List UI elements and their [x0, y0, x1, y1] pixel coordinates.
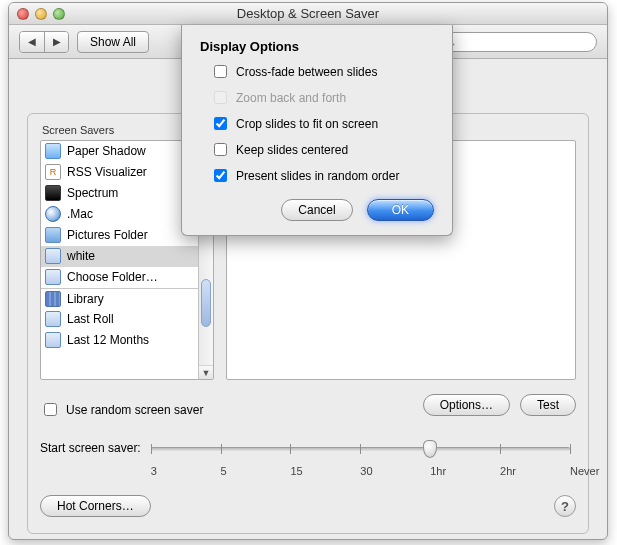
show-all-button[interactable]: Show All [77, 31, 149, 53]
display-option-label: Crop slides to fit on screen [236, 117, 378, 131]
screensaver-item-label: .Mac [67, 207, 93, 221]
screensaver-item-label: Paper Shadow [67, 144, 146, 158]
screensaver-item[interactable]: Library [41, 288, 198, 309]
slider-tick [570, 444, 571, 454]
slider-tick [290, 444, 291, 454]
display-option-checkbox[interactable] [214, 169, 227, 182]
folder-icon [45, 227, 61, 243]
mac-icon [45, 206, 61, 222]
display-option-row[interactable]: Keep slides centered [210, 140, 438, 159]
display-option-label: Zoom back and forth [236, 91, 346, 105]
display-option-row: Zoom back and forth [210, 88, 438, 107]
spectrum-icon [45, 185, 61, 201]
slider-tick [151, 444, 152, 454]
screensaver-item-label: Choose Folder… [67, 270, 158, 284]
screensaver-item-label: white [67, 249, 95, 263]
slider-tick [500, 444, 501, 454]
screensaver-item-label: RSS Visualizer [67, 165, 147, 179]
display-option-row[interactable]: Present slides in random order [210, 166, 438, 185]
use-random-checkbox[interactable] [44, 403, 57, 416]
help-button[interactable]: ? [554, 495, 576, 517]
slider-tick [360, 444, 361, 454]
start-delay-slider[interactable] [151, 441, 570, 459]
sp-folder-icon [45, 269, 61, 285]
screensaver-item-label: Last Roll [67, 312, 114, 326]
screensaver-item[interactable]: Paper Shadow [41, 141, 198, 162]
titlebar: Desktop & Screen Saver [9, 3, 607, 25]
test-button[interactable]: Test [520, 394, 576, 416]
sp-folder-icon [45, 332, 61, 348]
display-option-checkbox[interactable] [214, 117, 227, 130]
search-input[interactable] [459, 35, 601, 49]
screensaver-item[interactable]: white [41, 246, 198, 267]
window-title: Desktop & Screen Saver [9, 6, 607, 21]
screensaver-item[interactable]: .Mac [41, 204, 198, 225]
rss-icon: R [45, 164, 61, 180]
display-option-label: Cross-fade between slides [236, 65, 377, 79]
display-option-label: Keep slides centered [236, 143, 348, 157]
preferences-window: Desktop & Screen Saver ◀ ▶ Show All Scre… [8, 2, 608, 540]
options-button[interactable]: Options… [423, 394, 510, 416]
display-option-checkbox[interactable] [214, 65, 227, 78]
display-options-sheet: Display Options Cross-fade between slide… [181, 25, 453, 236]
chevron-right-icon: ▶ [53, 36, 61, 47]
sp-folder-icon [45, 311, 61, 327]
nav-back-forward: ◀ ▶ [19, 31, 69, 53]
screensaver-item[interactable]: RRSS Visualizer [41, 162, 198, 183]
chevron-left-icon: ◀ [28, 36, 36, 47]
paper-icon [45, 143, 61, 159]
sheet-title: Display Options [200, 39, 438, 54]
screensaver-item[interactable]: Last 12 Months [41, 330, 198, 351]
hot-corners-button[interactable]: Hot Corners… [40, 495, 151, 517]
screensaver-item-label: Last 12 Months [67, 333, 149, 347]
screensaver-item-label: Spectrum [67, 186, 118, 200]
display-option-checkbox [214, 91, 227, 104]
screensaver-item[interactable]: Pictures Folder [41, 225, 198, 246]
library-icon [45, 291, 61, 307]
search-field[interactable] [437, 32, 597, 52]
ok-button[interactable]: OK [367, 199, 434, 221]
slider-tick [221, 444, 222, 454]
help-icon: ? [561, 499, 569, 514]
scroll-down-icon[interactable]: ▼ [199, 365, 213, 379]
sp-folder-icon [45, 248, 61, 264]
display-option-checkbox[interactable] [214, 143, 227, 156]
display-option-label: Present slides in random order [236, 169, 399, 183]
display-option-row[interactable]: Cross-fade between slides [210, 62, 438, 81]
display-option-row[interactable]: Crop slides to fit on screen [210, 114, 438, 133]
screensaver-item[interactable]: Spectrum [41, 183, 198, 204]
screensaver-item-label: Library [67, 292, 104, 306]
slider-label: Start screen saver: [40, 441, 141, 455]
scroll-thumb[interactable] [201, 279, 211, 327]
screensaver-item[interactable]: Last Roll [41, 309, 198, 330]
use-random-row[interactable]: Use random screen saver [40, 400, 203, 419]
forward-button[interactable]: ▶ [44, 32, 68, 52]
screensaver-item-label: Pictures Folder [67, 228, 148, 242]
slider-knob[interactable] [423, 440, 437, 458]
cancel-button[interactable]: Cancel [281, 199, 352, 221]
use-random-label: Use random screen saver [66, 403, 203, 417]
back-button[interactable]: ◀ [20, 32, 44, 52]
screensaver-item[interactable]: Choose Folder… [41, 267, 198, 288]
